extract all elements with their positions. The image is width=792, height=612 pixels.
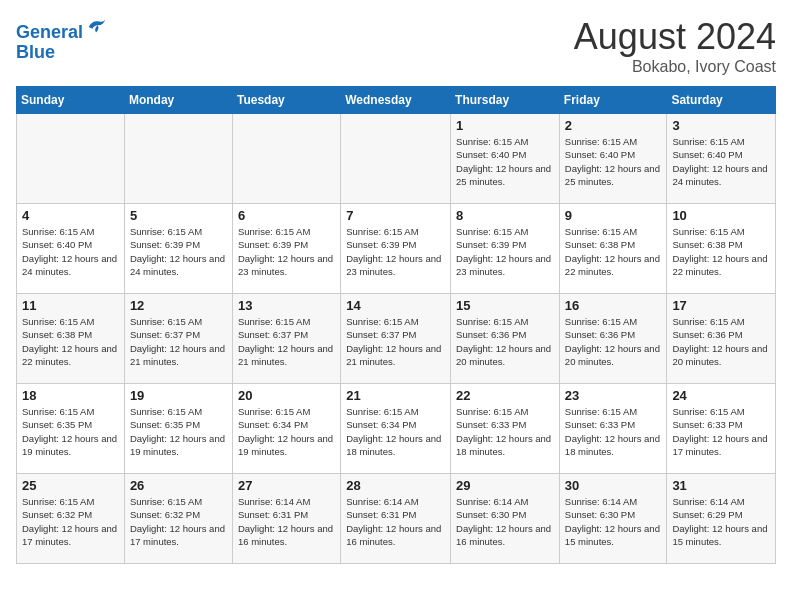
day-info: Sunrise: 6:14 AM Sunset: 6:31 PM Dayligh… <box>346 495 445 548</box>
day-info: Sunrise: 6:15 AM Sunset: 6:40 PM Dayligh… <box>456 135 554 188</box>
day-info: Sunrise: 6:15 AM Sunset: 6:35 PM Dayligh… <box>130 405 227 458</box>
day-number: 3 <box>672 118 770 133</box>
day-number: 27 <box>238 478 335 493</box>
calendar-day-cell: 27Sunrise: 6:14 AM Sunset: 6:31 PM Dayli… <box>232 474 340 564</box>
calendar-week-row: 18Sunrise: 6:15 AM Sunset: 6:35 PM Dayli… <box>17 384 776 474</box>
day-info: Sunrise: 6:15 AM Sunset: 6:37 PM Dayligh… <box>130 315 227 368</box>
day-info: Sunrise: 6:15 AM Sunset: 6:35 PM Dayligh… <box>22 405 119 458</box>
day-number: 7 <box>346 208 445 223</box>
calendar-day-cell: 29Sunrise: 6:14 AM Sunset: 6:30 PM Dayli… <box>451 474 560 564</box>
day-info: Sunrise: 6:14 AM Sunset: 6:31 PM Dayligh… <box>238 495 335 548</box>
day-number: 6 <box>238 208 335 223</box>
day-number: 9 <box>565 208 662 223</box>
calendar-day-cell: 26Sunrise: 6:15 AM Sunset: 6:32 PM Dayli… <box>124 474 232 564</box>
logo-bird-icon <box>85 16 107 38</box>
day-info: Sunrise: 6:15 AM Sunset: 6:34 PM Dayligh… <box>238 405 335 458</box>
weekday-header-saturday: Saturday <box>667 87 776 114</box>
calendar-day-cell: 18Sunrise: 6:15 AM Sunset: 6:35 PM Dayli… <box>17 384 125 474</box>
day-info: Sunrise: 6:14 AM Sunset: 6:30 PM Dayligh… <box>565 495 662 548</box>
day-info: Sunrise: 6:15 AM Sunset: 6:38 PM Dayligh… <box>672 225 770 278</box>
weekday-header-row: SundayMondayTuesdayWednesdayThursdayFrid… <box>17 87 776 114</box>
calendar-day-cell: 23Sunrise: 6:15 AM Sunset: 6:33 PM Dayli… <box>559 384 667 474</box>
day-info: Sunrise: 6:15 AM Sunset: 6:33 PM Dayligh… <box>672 405 770 458</box>
calendar-day-cell: 24Sunrise: 6:15 AM Sunset: 6:33 PM Dayli… <box>667 384 776 474</box>
day-number: 16 <box>565 298 662 313</box>
day-number: 31 <box>672 478 770 493</box>
location-subtitle: Bokabo, Ivory Coast <box>574 58 776 76</box>
calendar-day-cell: 31Sunrise: 6:14 AM Sunset: 6:29 PM Dayli… <box>667 474 776 564</box>
day-info: Sunrise: 6:15 AM Sunset: 6:40 PM Dayligh… <box>672 135 770 188</box>
weekday-header-monday: Monday <box>124 87 232 114</box>
day-number: 30 <box>565 478 662 493</box>
day-number: 13 <box>238 298 335 313</box>
day-number: 24 <box>672 388 770 403</box>
day-info: Sunrise: 6:15 AM Sunset: 6:36 PM Dayligh… <box>565 315 662 368</box>
weekday-header-tuesday: Tuesday <box>232 87 340 114</box>
day-number: 8 <box>456 208 554 223</box>
day-number: 25 <box>22 478 119 493</box>
weekday-header-thursday: Thursday <box>451 87 560 114</box>
calendar-week-row: 1Sunrise: 6:15 AM Sunset: 6:40 PM Daylig… <box>17 114 776 204</box>
weekday-header-sunday: Sunday <box>17 87 125 114</box>
day-info: Sunrise: 6:15 AM Sunset: 6:32 PM Dayligh… <box>22 495 119 548</box>
logo-general: General <box>16 22 83 42</box>
calendar-day-cell: 13Sunrise: 6:15 AM Sunset: 6:37 PM Dayli… <box>232 294 340 384</box>
day-info: Sunrise: 6:15 AM Sunset: 6:39 PM Dayligh… <box>346 225 445 278</box>
calendar-day-cell: 22Sunrise: 6:15 AM Sunset: 6:33 PM Dayli… <box>451 384 560 474</box>
day-number: 19 <box>130 388 227 403</box>
day-number: 12 <box>130 298 227 313</box>
day-number: 20 <box>238 388 335 403</box>
day-number: 17 <box>672 298 770 313</box>
day-info: Sunrise: 6:15 AM Sunset: 6:33 PM Dayligh… <box>456 405 554 458</box>
page-header: General Blue August 2024 Bokabo, Ivory C… <box>16 16 776 76</box>
day-info: Sunrise: 6:15 AM Sunset: 6:36 PM Dayligh… <box>456 315 554 368</box>
day-number: 10 <box>672 208 770 223</box>
calendar-day-cell: 16Sunrise: 6:15 AM Sunset: 6:36 PM Dayli… <box>559 294 667 384</box>
month-title: August 2024 <box>574 16 776 58</box>
calendar-week-row: 25Sunrise: 6:15 AM Sunset: 6:32 PM Dayli… <box>17 474 776 564</box>
day-info: Sunrise: 6:15 AM Sunset: 6:34 PM Dayligh… <box>346 405 445 458</box>
calendar-day-cell: 21Sunrise: 6:15 AM Sunset: 6:34 PM Dayli… <box>341 384 451 474</box>
day-number: 28 <box>346 478 445 493</box>
day-number: 23 <box>565 388 662 403</box>
day-number: 1 <box>456 118 554 133</box>
calendar-empty-cell <box>124 114 232 204</box>
day-info: Sunrise: 6:15 AM Sunset: 6:37 PM Dayligh… <box>238 315 335 368</box>
calendar-day-cell: 15Sunrise: 6:15 AM Sunset: 6:36 PM Dayli… <box>451 294 560 384</box>
day-info: Sunrise: 6:15 AM Sunset: 6:40 PM Dayligh… <box>22 225 119 278</box>
day-info: Sunrise: 6:14 AM Sunset: 6:29 PM Dayligh… <box>672 495 770 548</box>
calendar-day-cell: 9Sunrise: 6:15 AM Sunset: 6:38 PM Daylig… <box>559 204 667 294</box>
day-number: 26 <box>130 478 227 493</box>
day-number: 11 <box>22 298 119 313</box>
calendar-day-cell: 30Sunrise: 6:14 AM Sunset: 6:30 PM Dayli… <box>559 474 667 564</box>
day-info: Sunrise: 6:15 AM Sunset: 6:40 PM Dayligh… <box>565 135 662 188</box>
day-number: 14 <box>346 298 445 313</box>
calendar-day-cell: 3Sunrise: 6:15 AM Sunset: 6:40 PM Daylig… <box>667 114 776 204</box>
day-info: Sunrise: 6:15 AM Sunset: 6:33 PM Dayligh… <box>565 405 662 458</box>
day-number: 18 <box>22 388 119 403</box>
calendar-empty-cell <box>17 114 125 204</box>
day-number: 2 <box>565 118 662 133</box>
calendar-day-cell: 10Sunrise: 6:15 AM Sunset: 6:38 PM Dayli… <box>667 204 776 294</box>
logo-blue: Blue <box>16 42 55 62</box>
calendar-day-cell: 1Sunrise: 6:15 AM Sunset: 6:40 PM Daylig… <box>451 114 560 204</box>
day-number: 4 <box>22 208 119 223</box>
calendar-day-cell: 19Sunrise: 6:15 AM Sunset: 6:35 PM Dayli… <box>124 384 232 474</box>
calendar-day-cell: 25Sunrise: 6:15 AM Sunset: 6:32 PM Dayli… <box>17 474 125 564</box>
calendar-day-cell: 6Sunrise: 6:15 AM Sunset: 6:39 PM Daylig… <box>232 204 340 294</box>
day-number: 5 <box>130 208 227 223</box>
calendar-day-cell: 14Sunrise: 6:15 AM Sunset: 6:37 PM Dayli… <box>341 294 451 384</box>
calendar-table: SundayMondayTuesdayWednesdayThursdayFrid… <box>16 86 776 564</box>
calendar-empty-cell <box>232 114 340 204</box>
day-number: 15 <box>456 298 554 313</box>
calendar-week-row: 4Sunrise: 6:15 AM Sunset: 6:40 PM Daylig… <box>17 204 776 294</box>
day-info: Sunrise: 6:15 AM Sunset: 6:37 PM Dayligh… <box>346 315 445 368</box>
day-number: 22 <box>456 388 554 403</box>
day-number: 21 <box>346 388 445 403</box>
calendar-day-cell: 12Sunrise: 6:15 AM Sunset: 6:37 PM Dayli… <box>124 294 232 384</box>
calendar-day-cell: 8Sunrise: 6:15 AM Sunset: 6:39 PM Daylig… <box>451 204 560 294</box>
day-info: Sunrise: 6:15 AM Sunset: 6:39 PM Dayligh… <box>130 225 227 278</box>
calendar-day-cell: 28Sunrise: 6:14 AM Sunset: 6:31 PM Dayli… <box>341 474 451 564</box>
calendar-day-cell: 7Sunrise: 6:15 AM Sunset: 6:39 PM Daylig… <box>341 204 451 294</box>
calendar-day-cell: 4Sunrise: 6:15 AM Sunset: 6:40 PM Daylig… <box>17 204 125 294</box>
